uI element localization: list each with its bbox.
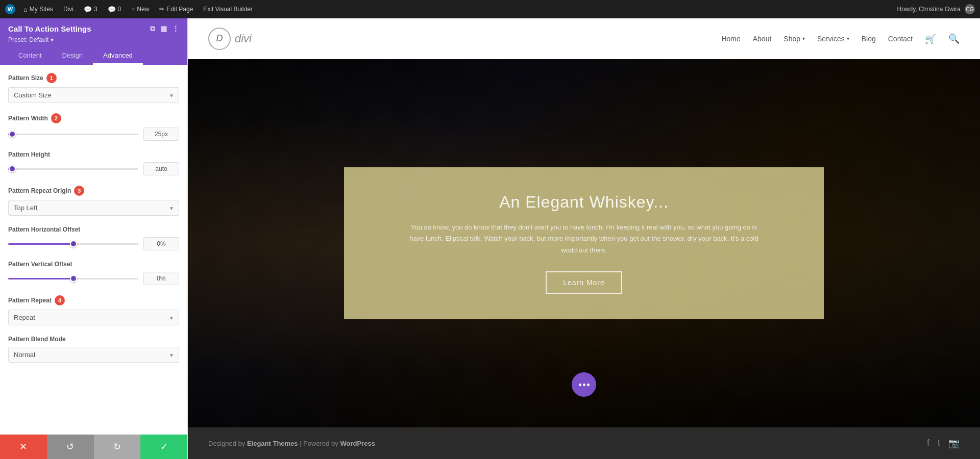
site-footer: Designed by Elegant Themes | Powered by … (188, 427, 980, 459)
pattern-horizontal-offset-fill (8, 243, 74, 245)
pattern-vertical-offset-thumb[interactable] (70, 275, 77, 282)
admin-bar-new[interactable]: + New (129, 6, 151, 13)
pattern-repeat-origin-label: Pattern Repeat Origin 3 (8, 186, 179, 196)
pattern-height-label: Pattern Height (8, 151, 179, 158)
exit-builder-label: Exit Visual Builder (203, 6, 253, 13)
instagram-icon[interactable]: 📷 (948, 438, 960, 449)
reset-button[interactable]: ↺ (47, 435, 94, 459)
edit-icon: ✏ (159, 6, 164, 13)
pattern-size-select-wrapper: Custom Size Cover Contain Auto (8, 87, 179, 103)
fab-dot-2 (583, 384, 585, 386)
admin-bar-my-sites[interactable]: ⌂ My Sites (21, 6, 55, 13)
nav-home[interactable]: Home (721, 35, 740, 43)
redo-button[interactable]: ↻ (94, 435, 141, 459)
field-pattern-width: Pattern Width 2 (8, 113, 179, 141)
nav-contact[interactable]: Contact (888, 35, 913, 43)
new-comment-icon: 💬 (108, 6, 116, 13)
pattern-height-track (8, 168, 138, 170)
tab-design[interactable]: Design (52, 47, 93, 65)
admin-bar-my-sites-label: My Sites (30, 6, 53, 13)
admin-bar-comments[interactable]: 💬 3 (82, 6, 100, 13)
nav-shop[interactable]: Shop ▾ (783, 35, 805, 43)
pattern-horizontal-offset-slider-row (8, 237, 179, 250)
admin-bar-edit-label: Edit Page (166, 6, 193, 13)
pattern-width-input[interactable] (143, 128, 179, 141)
panel-title-row: Call To Action Settings ⧉ ▦ ⋮ (8, 24, 179, 33)
cta-title: An Elegant Whiskey... (375, 193, 793, 212)
pattern-vertical-offset-fill (8, 278, 74, 279)
pattern-vertical-offset-input[interactable] (143, 272, 179, 285)
badge-4: 4 (55, 295, 65, 305)
cancel-button[interactable]: ✕ (0, 435, 47, 459)
site-nav-links: Home About Shop ▾ Services ▾ Blog Contac (721, 33, 960, 44)
pattern-blend-mode-select[interactable]: Normal Multiply Screen Overlay Darken Li… (8, 347, 179, 363)
admin-bar-exit-builder[interactable]: Exit Visual Builder (201, 6, 255, 13)
tab-advanced[interactable]: Advanced (93, 47, 143, 65)
site-logo: D divi (208, 28, 252, 50)
pattern-height-slider-row (8, 162, 179, 175)
admin-bar-edit-page[interactable]: ✏ Edit Page (157, 6, 195, 13)
field-pattern-size: Pattern Size 1 Custom Size Cover Contain… (8, 73, 179, 103)
logo-circle: D (208, 28, 231, 50)
admin-bar-new-comments[interactable]: 💬 0 (106, 6, 124, 13)
pattern-vertical-offset-track (8, 278, 138, 279)
admin-howdy-text: Howdy, Christina Gwira (897, 6, 961, 13)
pattern-height-thumb[interactable] (9, 165, 16, 172)
cta-button[interactable]: Learn More (546, 271, 622, 294)
save-button[interactable]: ✓ (140, 435, 187, 459)
admin-bar-new-label: New (137, 6, 149, 13)
cta-body: You do know, you do know that they don't… (405, 222, 763, 256)
pattern-repeat-origin-select-wrapper: Top Left Top Center Top Right Center Lef… (8, 200, 179, 216)
field-pattern-blend-mode: Pattern Blend Mode Normal Multiply Scree… (8, 336, 179, 363)
pattern-vertical-offset-slider-container[interactable] (8, 278, 138, 279)
admin-bar-divi[interactable]: Divi (61, 6, 76, 13)
panel-copy-icon[interactable]: ⧉ (150, 24, 155, 33)
pattern-repeat-label: Pattern Repeat 4 (8, 295, 179, 305)
fab-button[interactable] (572, 372, 596, 397)
pattern-horizontal-offset-thumb[interactable] (70, 240, 77, 247)
admin-bar-new-comments-count: 0 (118, 6, 121, 13)
facebook-icon[interactable]: f (927, 438, 929, 449)
cart-icon[interactable]: 🛒 (925, 33, 936, 44)
nav-about[interactable]: About (753, 35, 772, 43)
field-pattern-repeat-origin: Pattern Repeat Origin 3 Top Left Top Cen… (8, 186, 179, 216)
pattern-height-input[interactable] (143, 162, 179, 175)
pattern-width-slider-row (8, 128, 179, 141)
pattern-repeat-select[interactable]: Repeat Repeat X Repeat Y No Repeat Space… (8, 310, 179, 325)
pattern-horizontal-offset-track (8, 243, 138, 245)
search-icon[interactable]: 🔍 (948, 33, 960, 44)
field-pattern-height: Pattern Height (8, 151, 179, 175)
pattern-horizontal-offset-slider-container[interactable] (8, 243, 138, 245)
admin-bar-comments-count: 3 (94, 6, 97, 13)
fab-dots-icon (579, 384, 590, 386)
logo-letter: D (216, 33, 223, 44)
tab-content[interactable]: Content (8, 47, 52, 65)
panel-menu-icon[interactable]: ⋮ (172, 24, 179, 33)
nav-blog[interactable]: Blog (862, 35, 876, 43)
badge-3: 3 (74, 186, 84, 196)
pattern-width-thumb[interactable] (9, 131, 16, 138)
pattern-repeat-origin-select[interactable]: Top Left Top Center Top Right Center Lef… (8, 200, 179, 216)
fab-dot-1 (579, 384, 581, 386)
pattern-width-slider-container[interactable] (8, 134, 138, 135)
field-pattern-horizontal-offset: Pattern Horizontal Offset (8, 226, 179, 250)
nav-services[interactable]: Services ▾ (817, 35, 849, 43)
settings-panel: Call To Action Settings ⧉ ▦ ⋮ Preset: De… (0, 18, 188, 459)
cta-box: An Elegant Whiskey... You do know, you d… (344, 167, 824, 319)
pattern-horizontal-offset-input[interactable] (143, 237, 179, 250)
shop-caret-icon: ▾ (802, 36, 805, 41)
pattern-size-select[interactable]: Custom Size Cover Contain Auto (8, 87, 179, 103)
pattern-width-label: Pattern Width 2 (8, 113, 179, 123)
panel-preset[interactable]: Preset: Default ▾ (8, 36, 179, 43)
pattern-height-slider-container[interactable] (8, 168, 138, 170)
twitter-icon[interactable]: t (938, 438, 940, 449)
site-nav: D divi Home About Shop ▾ Services ▾ (188, 18, 980, 59)
wp-logo-icon[interactable]: W (5, 4, 15, 14)
pattern-size-label: Pattern Size 1 (8, 73, 179, 83)
admin-avatar[interactable]: CG (965, 4, 975, 14)
services-caret-icon: ▾ (847, 36, 849, 41)
badge-2: 2 (51, 113, 61, 123)
panel-grid-icon[interactable]: ▦ (160, 24, 167, 33)
admin-bar-divi-label: Divi (63, 6, 74, 13)
panel-title-icons: ⧉ ▦ ⋮ (150, 24, 179, 33)
